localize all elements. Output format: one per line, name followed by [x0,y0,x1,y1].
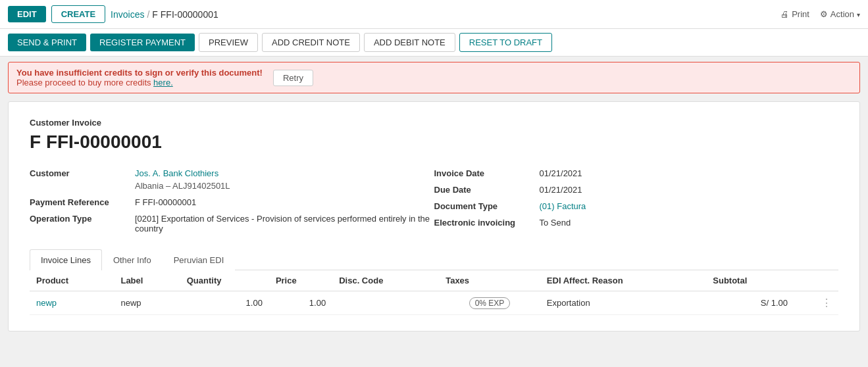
invoice-info-grid: Customer Jos. A. Bank Clothiers Albania … [30,168,838,233]
print-button[interactable]: Print [780,9,809,19]
operation-type-row: Operation Type [0201] Exportation of Ser… [30,214,434,233]
payment-reference-label: Payment Reference [30,197,135,207]
col-price: Price [269,270,332,291]
customer-row: Customer Jos. A. Bank Clothiers [30,168,434,178]
document-type-row: Document Type (01) Factura [434,201,839,211]
tab-invoice-lines[interactable]: Invoice Lines [30,249,102,270]
col-edi-reason: EDI Affect. Reason [540,270,706,291]
customer-sub: Albania – ALJ91402501L [30,181,434,191]
tax-badge: 0% EXP [469,297,511,309]
breadcrumb-current: F FFI-00000001 [152,9,218,20]
table-row: newp newp 1.00 1.00 0% EXP Exportation S… [30,291,838,315]
invoice-date-value: 01/21/2021 [540,168,582,178]
cell-price: 1.00 [269,291,332,315]
invoice-tabs: Invoice Lines Other Info Peruvian EDI [30,249,838,270]
add-credit-note-button[interactable]: ADD CREDIT NOTE [262,33,360,52]
action-bar: SEND & PRINT REGISTER PAYMENT PREVIEW AD… [0,29,868,57]
warning-line1: You have insufficient credits to sign or… [16,68,263,78]
printer-icon [780,9,789,19]
payment-reference-value: F FFI-00000001 [135,197,196,207]
tab-peruvian-edi[interactable]: Peruvian EDI [163,249,236,270]
warning-text: You have insufficient credits to sign or… [16,68,263,87]
gear-icon [820,9,828,19]
top-nav: EDIT CREATE Invoices / F FFI-00000001 Pr… [0,0,868,29]
operation-type-value: [0201] Exportation of Services - Provisi… [135,214,434,233]
cell-edi-reason: Exportation [540,291,706,315]
send-print-button[interactable]: SEND & PRINT [8,34,86,51]
document-type-label: Document Type [434,201,540,211]
top-right-actions: Print Action [780,9,860,19]
invoice-date-label: Invoice Date [434,168,540,178]
reset-to-draft-button[interactable]: RESET TO DRAFT [459,33,552,52]
payment-reference-row: Payment Reference F FFI-00000001 [30,197,434,207]
document-type-value[interactable]: (01) Factura [540,201,586,211]
breadcrumb-separator: / [147,9,149,20]
electronic-invoicing-label: Electronic invoicing [434,218,540,228]
table-header-row: Product Label Quantity Price Disc. Code … [30,270,838,291]
cell-label: newp [114,291,180,315]
cell-subtotal: S/ 1.00 [706,291,794,315]
row-menu-icon[interactable]: ⋮ [821,297,832,308]
due-date-value: 01/21/2021 [540,185,582,195]
col-disc-code: Disc. Code [332,270,439,291]
cell-disc-code [332,291,439,315]
customer-label: Customer [30,168,135,178]
col-taxes: Taxes [439,270,540,291]
register-payment-button[interactable]: REGISTER PAYMENT [90,34,195,51]
operation-type-label: Operation Type [30,214,135,224]
invoice-number: F FFI-00000001 [30,132,838,153]
electronic-invoicing-row: Electronic invoicing To Send [434,218,839,228]
invoice-lines-table: Product Label Quantity Price Disc. Code … [30,270,838,315]
action-chevron-icon [857,9,860,19]
invoice-date-row: Invoice Date 01/21/2021 [434,168,839,178]
retry-button[interactable]: Retry [273,70,313,86]
action-button[interactable]: Action [820,9,860,19]
warning-link[interactable]: here. [153,78,173,87]
customer-value[interactable]: Jos. A. Bank Clothiers [135,168,218,178]
col-label: Label [114,270,180,291]
cell-product: newp [30,291,114,315]
col-subtotal: Subtotal [706,270,794,291]
create-button[interactable]: CREATE [51,5,105,23]
tab-other-info[interactable]: Other Info [102,249,163,270]
warning-banner: You have insufficient credits to sign or… [8,62,860,93]
edit-button[interactable]: EDIT [8,6,46,22]
cell-taxes: 0% EXP [439,291,540,315]
invoice-form: Customer Invoice F FFI-00000001 Customer… [8,101,860,331]
print-label: Print [792,9,809,19]
add-debit-note-button[interactable]: ADD DEBIT NOTE [364,33,455,52]
breadcrumb-parent[interactable]: Invoices [111,9,144,20]
col-menu [794,270,838,291]
warning-line2-prefix: Please proceed to buy more credits [16,78,153,87]
col-quantity: Quantity [180,270,269,291]
product-link[interactable]: newp [36,298,57,308]
info-right: Invoice Date 01/21/2021 Due Date 01/21/2… [434,168,839,233]
electronic-invoicing-value: To Send [540,218,571,228]
action-label: Action [830,9,854,19]
cell-quantity: 1.00 [180,291,269,315]
doc-type-label: Customer Invoice [30,118,838,128]
col-product: Product [30,270,114,291]
preview-button[interactable]: PREVIEW [199,33,258,52]
due-date-row: Due Date 01/21/2021 [434,185,839,195]
breadcrumb: Invoices / F FFI-00000001 [111,9,775,20]
due-date-label: Due Date [434,185,540,195]
cell-menu[interactable]: ⋮ [794,291,838,315]
info-left: Customer Jos. A. Bank Clothiers Albania … [30,168,434,233]
